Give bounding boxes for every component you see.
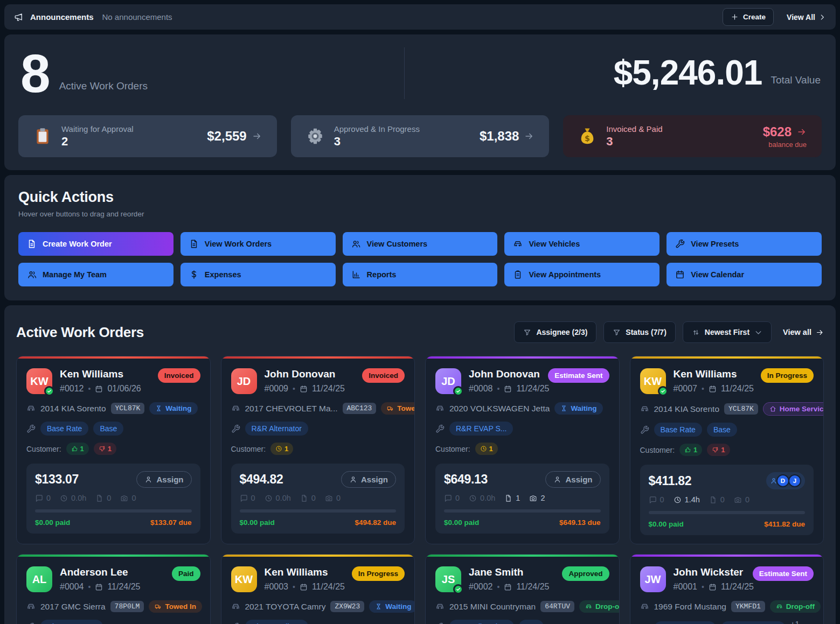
service-pill[interactable]: Base	[93, 422, 123, 436]
assign-button[interactable]: Assign	[545, 471, 600, 488]
services-row: Diagnose En...	[26, 620, 200, 624]
calendar-icon	[300, 583, 308, 591]
services-row: Base RateBase	[640, 423, 814, 437]
avatar-initials: JD	[237, 375, 251, 388]
filter-status-button[interactable]: Status (7/7)	[603, 321, 675, 343]
create-announcement-button[interactable]: Create	[723, 8, 774, 26]
quick-action-view-presets[interactable]: View Presets	[667, 232, 822, 256]
meta-separator	[88, 582, 91, 592]
total-value-label: Total Value	[770, 74, 821, 89]
service-pill[interactable]: Base	[707, 423, 737, 437]
service-pill[interactable]: R&R All Pads...	[449, 620, 514, 624]
svg-text:$: $	[585, 134, 590, 143]
stat-chat: 0	[444, 494, 460, 502]
service-pill[interactable]: test	[519, 620, 544, 624]
order-date: 11/24/25	[312, 582, 345, 592]
order-number: #0002	[469, 582, 493, 592]
chip-value: 1	[489, 445, 493, 453]
customer-pending-chip: 1	[475, 443, 498, 455]
create-button-label: Create	[743, 13, 766, 21]
stat-value: 0.0h	[480, 494, 495, 502]
work-order-card[interactable]: AL Anderson Lee #0004 11/24/25 Paid 2017…	[16, 554, 211, 624]
quick-action-view-calendar[interactable]: View Calendar	[667, 263, 822, 286]
order-date: 11/24/25	[721, 384, 754, 394]
assign-button[interactable]: Assign	[341, 471, 396, 488]
arrow-right-icon	[797, 127, 807, 137]
vehicle-name: 2021 TOYOTA Camry	[245, 602, 326, 612]
service-pill[interactable]: Base Rate	[654, 423, 702, 437]
assignee-avatars[interactable]: DJ	[766, 472, 805, 489]
announcements-bar: Announcements No announcements Create Vi…	[4, 4, 836, 30]
stat-value: 0	[660, 495, 664, 504]
quick-action-view-appointments[interactable]: View Appointments	[504, 263, 659, 286]
stat-card-waiting-approval[interactable]: Waiting for Approval 2 $2,559	[18, 115, 277, 157]
customer-avatar: KW	[640, 368, 666, 394]
car-icon	[585, 603, 592, 610]
quick-action-view-work-orders[interactable]: View Work Orders	[181, 232, 336, 256]
work-order-card[interactable]: JS Jane Smith #0002 11/24/25 Approved 20…	[425, 554, 620, 624]
filter-assignee-button[interactable]: Assignee (2/3)	[514, 321, 596, 343]
license-plate: ABC123	[343, 403, 377, 414]
vehicle-row: 2017 GMC Sierra 78P0LM Towed In	[26, 600, 200, 613]
active-count-block: 8 Active Work Orders	[18, 51, 404, 95]
work-order-card[interactable]: JD John Donovan #0009 11/24/25 Invoiced …	[221, 356, 415, 544]
avatar-initials: JS	[442, 573, 455, 586]
vehicle-row: 1969 Ford Mustang YKMFD1 Drop-off	[640, 600, 814, 613]
stat-card-subtext: balance due	[768, 141, 807, 149]
quick-action-view-customers[interactable]: View Customers	[343, 232, 498, 256]
vehicle-name: 2015 MINI Countryman	[449, 602, 536, 612]
assignee-avatar[interactable]: D	[776, 474, 789, 487]
stat-value: 0	[720, 495, 725, 504]
work-orders-panel: Active Work Orders Assignee (2/3) Status…	[4, 305, 836, 624]
quick-action-create-work-order[interactable]: Create Work Order	[18, 232, 173, 256]
service-pill[interactable]: Diagnose En...	[40, 620, 103, 624]
assignee-avatar[interactable]: J	[788, 474, 801, 487]
chat-icon	[444, 494, 452, 502]
chip-value: 1	[108, 445, 112, 453]
customer-name: Ken Williams	[60, 368, 141, 380]
quick-action-label: Reports	[367, 270, 397, 279]
order-date: 11/24/25	[312, 384, 345, 394]
assign-button[interactable]: Assign	[136, 471, 191, 488]
check-icon	[47, 389, 52, 394]
quick-action-manage-my-team[interactable]: Manage My Team	[18, 263, 173, 286]
customer-avatar: KW	[26, 368, 52, 394]
work-order-card[interactable]: KW Ken Williams #0007 11/24/25 In Progre…	[630, 356, 824, 544]
view-all-announcements-button[interactable]: View All	[787, 13, 826, 22]
wrench-icon	[26, 622, 36, 624]
quick-action-expenses[interactable]: Expenses	[181, 263, 336, 286]
verified-badge	[658, 386, 668, 396]
quick-action-reports[interactable]: Reports	[343, 263, 498, 286]
card-customer-info: Ken Williams #0007 11/24/25	[674, 368, 753, 394]
service-pill[interactable]: R&R EVAP S...	[449, 422, 513, 436]
vehicle-status-label: Waiting	[571, 404, 596, 412]
service-pill[interactable]: Change Oil a...	[245, 620, 308, 624]
vehicle-status-label: Waiting	[165, 404, 191, 412]
service-pill[interactable]: Base Rate	[40, 422, 88, 436]
service-pill[interactable]: R&R Front B...	[654, 621, 716, 624]
work-order-card[interactable]: JW John Wickster #0001 11/24/25 Estimate…	[630, 554, 824, 624]
hourglass-icon	[560, 405, 567, 412]
card-status-accent	[17, 555, 210, 557]
work-order-card[interactable]: KW Ken Williams #0003 11/24/25 In Progre…	[221, 554, 415, 624]
stat-value: 0	[455, 494, 460, 502]
user-group-icon	[27, 270, 37, 279]
quick-action-label: View Appointments	[529, 270, 601, 279]
avatar-initials: JD	[441, 375, 455, 388]
stat-card-approved-in-progress[interactable]: Approved & In Progress 3 $1,838	[291, 115, 550, 157]
work-order-card[interactable]: KW Ken Williams #0012 01/06/26 Invoiced …	[16, 356, 211, 544]
amount-paid: $0.00 paid	[444, 518, 479, 527]
stat-chat: 0	[649, 495, 664, 504]
service-pill[interactable]: R&R Front Gr...	[721, 621, 786, 624]
vehicle-status-label: Waiting	[385, 602, 411, 611]
work-order-card[interactable]: JD John Donovan #0008 11/24/25 Estimate …	[425, 356, 620, 544]
quick-action-view-vehicles[interactable]: View Vehicles	[504, 232, 659, 256]
vehicle-status-tag: Drop-off	[770, 600, 821, 613]
payment-progress-bar	[35, 509, 192, 513]
stat-card-invoiced-paid[interactable]: $ Invoiced & Paid 3 $628 balance due	[563, 115, 822, 157]
vehicle-row: 2015 MINI Countryman 64RTUV Drop-off	[435, 600, 609, 613]
sort-button[interactable]: Newest First	[683, 321, 772, 343]
service-pill[interactable]: R&R Alternator	[245, 422, 308, 436]
stat-value: 0.0h	[276, 494, 291, 502]
view-all-work-orders-button[interactable]: View all	[783, 328, 824, 336]
